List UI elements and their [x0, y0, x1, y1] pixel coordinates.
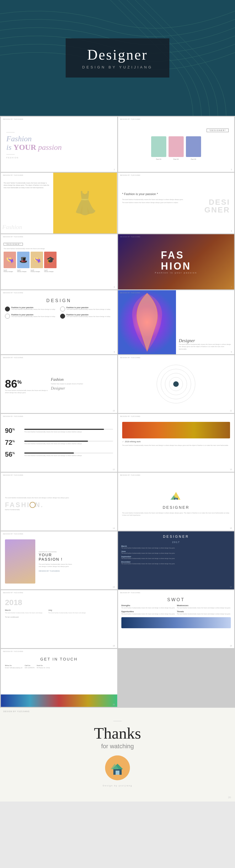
slide-14: DESIGN BY YUZIJIANG DESIGNER The word fa…	[118, 473, 234, 531]
contact-visit: Visit Us 48 Haoao St. China	[37, 665, 50, 669]
slide-5-brand: DESIGN BY YUZIJIANG	[3, 236, 24, 238]
slide-4: DESIGN BY YUZIJIANG * Fashion is your pa…	[118, 173, 234, 234]
slide-3-model: 👗	[53, 173, 117, 234]
color-box-pink	[169, 136, 184, 157]
timeline-item-1: March The word fashion fundamentally mea…	[121, 545, 231, 549]
slide-9-num: 10	[113, 410, 115, 412]
slide-18-brand: DESIGN BY YUZIJIANG	[120, 592, 141, 593]
person-4: 🎓	[44, 252, 57, 268]
contact-call: Call Us 029-12345678	[25, 665, 34, 669]
slide-16-header: DESIGNER	[121, 535, 231, 538]
slide-2-num: 3	[231, 168, 232, 170]
cover-title: Designer	[82, 46, 153, 63]
slide-8: DESIGN BY YUZIJIANG Designer The word fa…	[118, 290, 234, 354]
design-circle-1	[5, 307, 10, 311]
slide-9-right: Fashion Fashion has respect to people sh…	[48, 359, 113, 409]
slide-6: DESIGN BY YUZIJIANG FAS HION Fashion is …	[118, 234, 234, 289]
design-item-3: Fashion is your passion The word fashion…	[5, 314, 58, 319]
slide-3-brand: DESIGN BY YUZIJIANG	[3, 174, 24, 176]
person-1: 👒	[4, 252, 16, 268]
slide-9-sub: Fashion has respect to people shown of f…	[51, 383, 113, 384]
swot-strengths: Strengths The word fashion fundamentally…	[121, 604, 175, 609]
slide-14-title: DESIGNER	[122, 505, 230, 509]
slide-2-box-labels: Part 01 Part 02 Part 03	[151, 158, 201, 160]
thanks-title: Thanks	[94, 725, 141, 741]
slide-10-brand: DESIGN BY YUZIJIANG	[120, 357, 141, 359]
slide-9-pct: 86%	[5, 378, 48, 389]
slide-9: DESIGN BY YUZIJIANG 86% The word fashion…	[1, 355, 117, 413]
timeline-item-4: December The word fashion fundamentally …	[121, 561, 231, 565]
slide-15-image	[5, 539, 35, 584]
slide-4-desi: DESI GNER	[204, 198, 230, 214]
slide-7: DESIGN BY YUZIJIANG DESIGN Fashion is yo…	[1, 290, 117, 354]
slide-13-tiny-bottom: fashion fundamentally	[5, 509, 113, 510]
slide-17-col-1: March The word fashion fundamentally mea…	[5, 609, 43, 614]
design-item-2: Fashion is your passion The word fashion…	[60, 307, 113, 311]
slide-18-bear-banner	[121, 617, 231, 628]
slide-17-col-2: July The word fashion fundamentally mean…	[48, 609, 86, 614]
slide-13-num: 14	[113, 527, 115, 529]
slide-3-text: DESIGN BY YUZIJIANG The word 'fashion' f…	[1, 173, 53, 234]
slide-1: DESIGN BY YUZIJIANG Fashion is YOUR pass…	[1, 117, 117, 172]
slide-7-title: DESIGN	[5, 298, 113, 303]
slide-12-tiny: The word fashion fundamentally means the…	[122, 444, 230, 446]
swot-threats: Threats The word fashion fundamentally m…	[177, 611, 231, 615]
slide-16-num: 17	[230, 586, 232, 588]
slide-1-num: 2	[114, 168, 115, 170]
slide-9-tiny: The word fashion fundamentally means the…	[5, 389, 48, 394]
circle-o-icon	[30, 502, 36, 508]
slide-17-brand: DESIGN BY YUZIJIANG	[3, 592, 24, 593]
stat-pct-2: 72%	[5, 439, 22, 446]
slide-4-brand: DESIGN BY YUZIJIANG	[120, 174, 141, 176]
is-your-text: is YOUR passion	[6, 143, 62, 152]
svg-rect-8	[115, 771, 120, 775]
slide-19-color-banner	[1, 694, 117, 707]
slide-2-designer-tag: *DESIGNER*	[207, 129, 229, 132]
people-label-1: hand1industry changes	[4, 270, 16, 272]
slide-2-brand: DESIGN BY YUZIJIANG	[120, 118, 141, 120]
slide-1-brand: DESIGN BY YUZIJIANG	[3, 118, 24, 120]
slide-12-banner	[122, 422, 230, 438]
timeline-item-2: June The word fashion fundamentally mean…	[121, 551, 231, 554]
cover-box: Designer DESIGN BY YUZIJIANG	[66, 38, 169, 78]
slide-12: DESIGN BY YUZIJIANG ✓ 2018 refining work…	[118, 414, 234, 472]
design-circle-2	[60, 307, 65, 311]
slide-12-num: 13	[230, 468, 232, 470]
person-3: 👒	[31, 252, 43, 268]
slide-1-label: FASHION	[6, 157, 19, 159]
slide-10-num: 11	[230, 410, 232, 412]
slide-13: DESIGN BY YUZIJIANG The word fashion fun…	[1, 473, 117, 531]
slide-19-num: 20	[113, 704, 115, 706]
slide-17-year: 2018	[5, 598, 113, 607]
slide-18: DESIGN BY YUZIJIANG SWOT Strengths The w…	[118, 590, 234, 648]
slide-19-contacts: Write Us Email: hello@yuzijiang.art Call…	[5, 665, 113, 669]
thanks-design-by: Design by yuzijiang	[103, 784, 132, 787]
slide-7-brand: DESIGN BY YUZIJIANG	[3, 292, 24, 293]
box-label-2: Part 02	[169, 158, 184, 160]
slide-4-quote: * Fashion is your passion *	[122, 192, 230, 196]
slide-15-passion: YOUR PASSION !	[39, 553, 72, 561]
color-box-blue	[186, 136, 201, 157]
design-item-1: Fashion is your passion The word fashion…	[5, 307, 58, 311]
person-2: 🎩	[17, 252, 30, 268]
cover-slide: Designer DESIGN BY YUZIJIANG	[0, 0, 235, 116]
checkmark-icon: ✓	[122, 441, 124, 443]
slide-13-brand: DESIGN BY YUZIJIANG	[3, 474, 24, 476]
slide-13-tiny-top: The word fashion fundamentally means the…	[5, 497, 113, 499]
slide-17-num: 18	[113, 645, 115, 647]
slide-17-tobe: To be continued	[5, 616, 113, 618]
slide-8-brand: DESIGN BY YUZIJIANG	[120, 292, 141, 293]
slide-13-fashion: FASHIN.	[5, 501, 113, 509]
thanks-circle	[105, 755, 130, 780]
color-box-mint	[151, 136, 166, 157]
slide-18-swot-grid: Strengths The word fashion fundamentally…	[121, 604, 231, 615]
slide-19-title: GET IN TOUCH	[5, 657, 113, 661]
slide-10-radar	[154, 362, 198, 406]
slide-6-sub: Fashion is your passion	[155, 272, 197, 274]
slide-2: DESIGN BY YUZIJIANG *DESIGNER* Part 01 P…	[118, 117, 234, 172]
slide-15-brand: DESIGN BY YUZIJIANG	[3, 533, 24, 535]
slide-9-designer: Designer	[51, 386, 113, 391]
slide-12-brand: DESIGN BY YUZIJIANG	[120, 415, 141, 417]
slide-19-brand: DESIGN BY YUZIJIANG	[3, 651, 24, 652]
slide-15: DESIGN BY YUZIJIANG DESIGN BY YUZIJIANG …	[1, 531, 117, 589]
